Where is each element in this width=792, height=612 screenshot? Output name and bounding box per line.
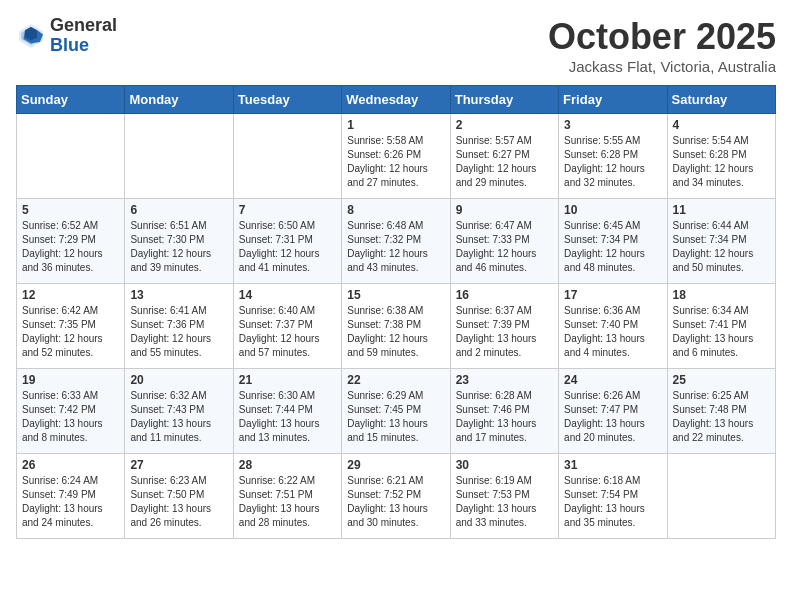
calendar-cell: 25Sunrise: 6:25 AMSunset: 7:48 PMDayligh… — [667, 369, 775, 454]
logo: General Blue — [16, 16, 117, 56]
calendar-cell — [17, 114, 125, 199]
calendar-header-row: SundayMondayTuesdayWednesdayThursdayFrid… — [17, 86, 776, 114]
day-number: 15 — [347, 288, 444, 302]
day-number: 1 — [347, 118, 444, 132]
day-number: 24 — [564, 373, 661, 387]
day-info: Sunrise: 6:21 AMSunset: 7:52 PMDaylight:… — [347, 475, 428, 528]
day-info: Sunrise: 6:29 AMSunset: 7:45 PMDaylight:… — [347, 390, 428, 443]
day-number: 5 — [22, 203, 119, 217]
calendar-cell: 3Sunrise: 5:55 AMSunset: 6:28 PMDaylight… — [559, 114, 667, 199]
calendar-week-row: 1Sunrise: 5:58 AMSunset: 6:26 PMDaylight… — [17, 114, 776, 199]
calendar-cell: 26Sunrise: 6:24 AMSunset: 7:49 PMDayligh… — [17, 454, 125, 539]
day-info: Sunrise: 6:45 AMSunset: 7:34 PMDaylight:… — [564, 220, 645, 273]
calendar-cell: 18Sunrise: 6:34 AMSunset: 7:41 PMDayligh… — [667, 284, 775, 369]
day-number: 4 — [673, 118, 770, 132]
day-info: Sunrise: 6:51 AMSunset: 7:30 PMDaylight:… — [130, 220, 211, 273]
logo-blue: Blue — [50, 36, 117, 56]
calendar-cell: 23Sunrise: 6:28 AMSunset: 7:46 PMDayligh… — [450, 369, 558, 454]
day-info: Sunrise: 5:57 AMSunset: 6:27 PMDaylight:… — [456, 135, 537, 188]
calendar-day-header: Saturday — [667, 86, 775, 114]
location: Jackass Flat, Victoria, Australia — [548, 58, 776, 75]
day-number: 30 — [456, 458, 553, 472]
calendar-cell: 13Sunrise: 6:41 AMSunset: 7:36 PMDayligh… — [125, 284, 233, 369]
calendar-day-header: Friday — [559, 86, 667, 114]
calendar-cell: 9Sunrise: 6:47 AMSunset: 7:33 PMDaylight… — [450, 199, 558, 284]
day-info: Sunrise: 6:40 AMSunset: 7:37 PMDaylight:… — [239, 305, 320, 358]
calendar-day-header: Tuesday — [233, 86, 341, 114]
day-info: Sunrise: 5:54 AMSunset: 6:28 PMDaylight:… — [673, 135, 754, 188]
day-number: 9 — [456, 203, 553, 217]
day-number: 19 — [22, 373, 119, 387]
calendar-cell: 22Sunrise: 6:29 AMSunset: 7:45 PMDayligh… — [342, 369, 450, 454]
day-info: Sunrise: 6:44 AMSunset: 7:34 PMDaylight:… — [673, 220, 754, 273]
day-number: 18 — [673, 288, 770, 302]
calendar-cell: 28Sunrise: 6:22 AMSunset: 7:51 PMDayligh… — [233, 454, 341, 539]
calendar-cell: 19Sunrise: 6:33 AMSunset: 7:42 PMDayligh… — [17, 369, 125, 454]
day-number: 28 — [239, 458, 336, 472]
calendar-cell: 11Sunrise: 6:44 AMSunset: 7:34 PMDayligh… — [667, 199, 775, 284]
title-block: October 2025 Jackass Flat, Victoria, Aus… — [548, 16, 776, 75]
calendar-cell — [667, 454, 775, 539]
logo-general: General — [50, 16, 117, 36]
day-number: 6 — [130, 203, 227, 217]
day-info: Sunrise: 6:50 AMSunset: 7:31 PMDaylight:… — [239, 220, 320, 273]
day-info: Sunrise: 6:25 AMSunset: 7:48 PMDaylight:… — [673, 390, 754, 443]
calendar-cell: 17Sunrise: 6:36 AMSunset: 7:40 PMDayligh… — [559, 284, 667, 369]
day-number: 16 — [456, 288, 553, 302]
day-info: Sunrise: 6:26 AMSunset: 7:47 PMDaylight:… — [564, 390, 645, 443]
day-info: Sunrise: 6:41 AMSunset: 7:36 PMDaylight:… — [130, 305, 211, 358]
calendar-cell — [125, 114, 233, 199]
day-number: 12 — [22, 288, 119, 302]
day-number: 10 — [564, 203, 661, 217]
day-number: 22 — [347, 373, 444, 387]
day-number: 3 — [564, 118, 661, 132]
day-number: 17 — [564, 288, 661, 302]
calendar-week-row: 5Sunrise: 6:52 AMSunset: 7:29 PMDaylight… — [17, 199, 776, 284]
day-number: 23 — [456, 373, 553, 387]
calendar-cell: 4Sunrise: 5:54 AMSunset: 6:28 PMDaylight… — [667, 114, 775, 199]
calendar-week-row: 19Sunrise: 6:33 AMSunset: 7:42 PMDayligh… — [17, 369, 776, 454]
day-info: Sunrise: 6:34 AMSunset: 7:41 PMDaylight:… — [673, 305, 754, 358]
calendar-cell: 27Sunrise: 6:23 AMSunset: 7:50 PMDayligh… — [125, 454, 233, 539]
day-info: Sunrise: 6:42 AMSunset: 7:35 PMDaylight:… — [22, 305, 103, 358]
day-info: Sunrise: 6:33 AMSunset: 7:42 PMDaylight:… — [22, 390, 103, 443]
day-number: 7 — [239, 203, 336, 217]
day-info: Sunrise: 6:23 AMSunset: 7:50 PMDaylight:… — [130, 475, 211, 528]
page-header: General Blue October 2025 Jackass Flat, … — [16, 16, 776, 75]
day-number: 27 — [130, 458, 227, 472]
day-info: Sunrise: 6:36 AMSunset: 7:40 PMDaylight:… — [564, 305, 645, 358]
calendar-cell: 14Sunrise: 6:40 AMSunset: 7:37 PMDayligh… — [233, 284, 341, 369]
calendar-week-row: 12Sunrise: 6:42 AMSunset: 7:35 PMDayligh… — [17, 284, 776, 369]
logo-text: General Blue — [50, 16, 117, 56]
day-number: 2 — [456, 118, 553, 132]
calendar-cell: 21Sunrise: 6:30 AMSunset: 7:44 PMDayligh… — [233, 369, 341, 454]
calendar-cell: 20Sunrise: 6:32 AMSunset: 7:43 PMDayligh… — [125, 369, 233, 454]
day-info: Sunrise: 5:58 AMSunset: 6:26 PMDaylight:… — [347, 135, 428, 188]
calendar-cell: 29Sunrise: 6:21 AMSunset: 7:52 PMDayligh… — [342, 454, 450, 539]
day-number: 29 — [347, 458, 444, 472]
calendar-day-header: Thursday — [450, 86, 558, 114]
day-info: Sunrise: 6:52 AMSunset: 7:29 PMDaylight:… — [22, 220, 103, 273]
calendar-day-header: Monday — [125, 86, 233, 114]
calendar-day-header: Sunday — [17, 86, 125, 114]
day-number: 8 — [347, 203, 444, 217]
day-number: 25 — [673, 373, 770, 387]
calendar-cell: 2Sunrise: 5:57 AMSunset: 6:27 PMDaylight… — [450, 114, 558, 199]
day-number: 20 — [130, 373, 227, 387]
day-info: Sunrise: 6:28 AMSunset: 7:46 PMDaylight:… — [456, 390, 537, 443]
day-number: 26 — [22, 458, 119, 472]
calendar-cell: 12Sunrise: 6:42 AMSunset: 7:35 PMDayligh… — [17, 284, 125, 369]
day-info: Sunrise: 6:32 AMSunset: 7:43 PMDaylight:… — [130, 390, 211, 443]
day-info: Sunrise: 6:30 AMSunset: 7:44 PMDaylight:… — [239, 390, 320, 443]
day-number: 11 — [673, 203, 770, 217]
day-number: 31 — [564, 458, 661, 472]
calendar-cell: 6Sunrise: 6:51 AMSunset: 7:30 PMDaylight… — [125, 199, 233, 284]
month-title: October 2025 — [548, 16, 776, 58]
calendar-cell — [233, 114, 341, 199]
day-info: Sunrise: 6:38 AMSunset: 7:38 PMDaylight:… — [347, 305, 428, 358]
calendar-table: SundayMondayTuesdayWednesdayThursdayFrid… — [16, 85, 776, 539]
day-number: 21 — [239, 373, 336, 387]
calendar-cell: 16Sunrise: 6:37 AMSunset: 7:39 PMDayligh… — [450, 284, 558, 369]
day-info: Sunrise: 6:24 AMSunset: 7:49 PMDaylight:… — [22, 475, 103, 528]
day-number: 14 — [239, 288, 336, 302]
